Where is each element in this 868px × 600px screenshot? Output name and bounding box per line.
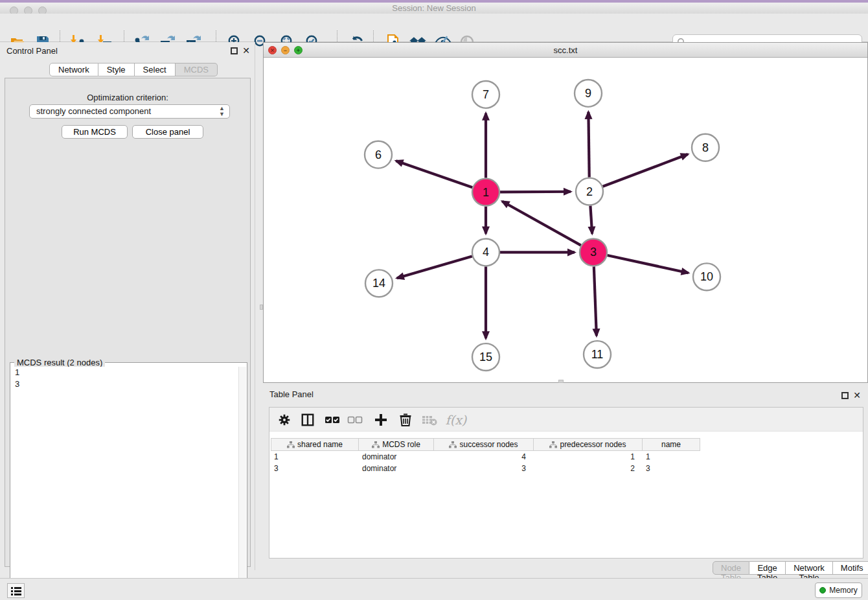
graph-edge-2-3[interactable]	[590, 205, 592, 233]
graph-edge-3-11[interactable]	[594, 266, 597, 336]
optimization-criterion-label: Optimization criterion:	[5, 93, 250, 102]
attribute-tree-icon	[449, 441, 457, 448]
splitter-handle[interactable]	[260, 305, 263, 310]
table-cell[interactable]: 3	[271, 463, 359, 474]
add-icon[interactable]	[372, 411, 389, 428]
graph-node-label: 11	[591, 348, 604, 361]
delete-table-icon	[421, 411, 438, 428]
control-panel-title: Control Panel	[6, 46, 58, 56]
graph-edge-3-1[interactable]	[502, 202, 581, 246]
main-toolbar	[0, 14, 868, 42]
splitter-handle[interactable]	[558, 380, 564, 383]
network-canvas[interactable]: 7968124314101511	[264, 58, 867, 382]
result-item[interactable]: 3	[11, 378, 238, 390]
node-table: shared name MCDS role successor nodes pr…	[271, 438, 862, 474]
tab-network[interactable]: Network	[49, 63, 98, 76]
column-header-predecessor-nodes[interactable]: predecessor nodes	[534, 438, 643, 451]
graph-node-label: 6	[375, 148, 382, 161]
graph-edge-3-10[interactable]	[607, 255, 688, 273]
task-history-button[interactable]	[7, 583, 25, 598]
table-cell[interactable]: dominator	[359, 451, 434, 463]
mcds-result-group: MCDS result (2 nodes) 1 3	[10, 362, 247, 600]
select-all-icon[interactable]	[324, 411, 341, 428]
columns-icon[interactable]	[299, 411, 316, 428]
criterion-value: strongly connected component	[36, 106, 151, 116]
deselect-all-icon[interactable]	[347, 411, 363, 428]
graph-edge-2-8[interactable]	[603, 154, 688, 187]
trash-icon[interactable]	[397, 411, 414, 428]
tab-motifs[interactable]: Motifs	[833, 561, 868, 575]
graph-node-label: 15	[479, 351, 492, 363]
table-cell[interactable]: 3	[643, 463, 700, 474]
table-header-row: shared name MCDS role successor nodes pr…	[271, 438, 862, 451]
control-panel: Control Panel ✕ Network Style Select MCD…	[0, 42, 255, 570]
result-item[interactable]: 1	[11, 367, 238, 378]
float-panel-icon[interactable]	[231, 47, 238, 54]
graph-node-label: 8	[702, 141, 709, 154]
graph-edge-4-14[interactable]	[397, 257, 472, 279]
attribute-tree-icon	[549, 441, 557, 448]
tab-network-table[interactable]: Network Table	[786, 561, 833, 575]
run-mcds-button[interactable]: Run MCDS	[62, 125, 128, 139]
fx-function-icon: f(x)	[443, 411, 469, 428]
list-icon	[11, 586, 21, 595]
table-cell[interactable]: 1	[534, 451, 643, 463]
tab-node-table[interactable]: Node Table	[713, 561, 749, 575]
network-title: scc.txt	[264, 45, 867, 55]
tab-select[interactable]: Select	[135, 63, 176, 76]
network-window-titlebar: ✕ − + scc.txt	[264, 43, 867, 58]
tab-mcds[interactable]: MCDS	[176, 63, 218, 76]
close-panel-icon[interactable]: ✕	[853, 390, 861, 400]
table-body: 1dominator4113dominator323	[271, 451, 862, 474]
attribute-tree-icon	[287, 441, 295, 448]
tab-style[interactable]: Style	[98, 63, 135, 76]
column-header-mcds-role[interactable]: MCDS role	[359, 438, 434, 451]
graph-node-label: 14	[372, 277, 385, 290]
column-header-name[interactable]: name	[643, 438, 700, 451]
network-view-window: ✕ − + scc.txt 7968124314101511	[263, 42, 868, 383]
table-row[interactable]: 1dominator411	[271, 451, 862, 463]
table-panel-title: Table Panel	[269, 389, 314, 399]
app-titlebar: Session: New Session	[0, 3, 868, 14]
graph-node-label: 1	[483, 186, 489, 199]
table-cell[interactable]: 4	[434, 451, 534, 463]
table-cell[interactable]: 2	[534, 463, 643, 474]
result-scrollbar[interactable]	[238, 367, 246, 600]
node-table-container: f(x) shared name MCDS role successor nod…	[269, 407, 863, 559]
table-cell[interactable]: 1	[271, 451, 359, 463]
column-header-shared-name[interactable]: shared name	[271, 438, 359, 451]
float-panel-icon[interactable]	[841, 392, 849, 399]
chevron-updown-icon: ▲▼	[219, 106, 225, 117]
graph-node-label: 3	[590, 246, 597, 259]
control-panel-tabs: Network Style Select MCDS	[49, 63, 218, 76]
column-header-successor-nodes[interactable]: successor nodes	[434, 438, 534, 451]
tab-edge-table[interactable]: Edge Table	[749, 561, 786, 575]
close-panel-button[interactable]: Close panel	[132, 125, 203, 139]
graph-node-label: 10	[700, 270, 713, 283]
app-title: Session: New Session	[0, 3, 868, 13]
control-panel-header: Control Panel ✕	[0, 42, 255, 59]
graph-node-label: 9	[585, 87, 591, 100]
memory-button[interactable]: Memory	[815, 583, 862, 598]
network-graph[interactable]: 7968124314101511	[264, 58, 867, 382]
memory-label: Memory	[829, 586, 857, 595]
graph-edge-1-2[interactable]	[500, 192, 571, 192]
table-panel-header: Table Panel ✕	[263, 387, 868, 404]
table-tabs: Node Table Edge Table Network Table Moti…	[713, 561, 868, 575]
table-cell[interactable]: 3	[434, 463, 534, 474]
table-row[interactable]: 3dominator323	[271, 463, 862, 474]
status-bar: Memory	[0, 578, 868, 600]
graph-edge-1-6[interactable]	[396, 161, 472, 187]
gear-icon[interactable]	[276, 411, 293, 428]
graph-node-label: 7	[483, 88, 489, 101]
criterion-dropdown[interactable]: strongly connected component ▲▼	[29, 104, 230, 119]
mcds-result-list[interactable]: 1 3	[11, 367, 238, 600]
table-cell[interactable]: 1	[643, 451, 700, 463]
memory-status-icon	[819, 587, 826, 594]
graph-edge-2-9[interactable]	[588, 112, 589, 178]
close-panel-icon[interactable]: ✕	[242, 45, 250, 56]
graph-node-label: 4	[483, 246, 489, 259]
mcds-panel: Optimization criterion: strongly connect…	[5, 78, 251, 567]
table-cell[interactable]: dominator	[359, 463, 434, 474]
mcds-result-legend: MCDS result (2 nodes)	[14, 358, 105, 367]
